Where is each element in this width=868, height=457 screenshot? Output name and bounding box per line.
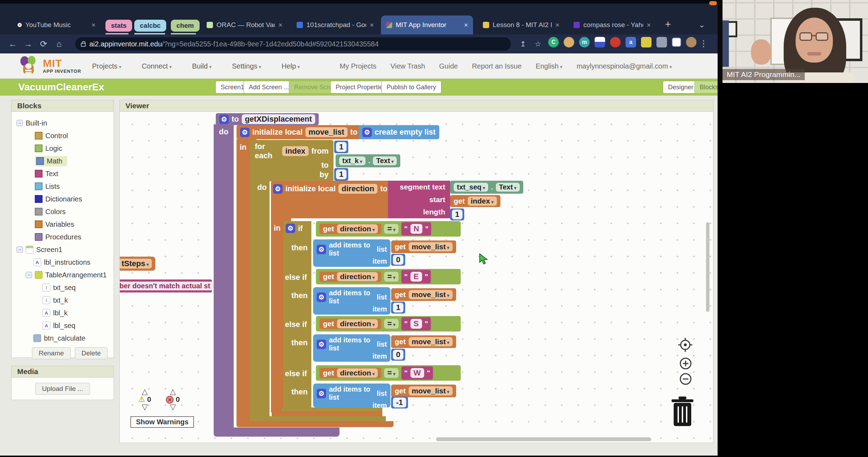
string-block[interactable]: " S " xyxy=(401,317,431,330)
extension-green-icon[interactable]: C xyxy=(548,37,559,47)
trash-can-icon[interactable] xyxy=(669,395,696,429)
component-txt-seq[interactable]: I txt_seq xyxy=(12,281,114,294)
procedure-block-bottom[interactable] xyxy=(214,427,339,437)
for-each-bottom[interactable] xyxy=(250,416,386,421)
publish-to-gallery-button[interactable]: Publish to Gallery xyxy=(381,81,441,94)
component-txt-k[interactable]: I txt_k xyxy=(12,294,114,307)
tree-node-builtin[interactable]: − Built-in xyxy=(12,117,114,129)
get-move-list-block[interactable]: get move_list xyxy=(391,240,456,253)
tab-mit-app-inventor[interactable]: MIT App Inventor × xyxy=(381,15,473,34)
create-empty-list-block[interactable]: create empty list xyxy=(359,125,439,139)
tab-youtube-music[interactable]: YouTube Music × xyxy=(13,15,101,34)
procedure-block-body[interactable] xyxy=(214,124,234,430)
segment-text-block[interactable]: segment text start length xyxy=(388,181,450,218)
add-items-block[interactable]: add items to list list item xyxy=(313,384,390,407)
tab-scratchpad[interactable]: 101scratchpad - Goog × xyxy=(292,15,379,34)
index-var-field[interactable]: index xyxy=(282,146,309,156)
item-number-block[interactable]: 1 xyxy=(391,302,405,314)
get-move-list-block[interactable]: get move_list xyxy=(391,385,456,397)
extension-red-icon[interactable] xyxy=(610,37,621,47)
mutator-gear-icon[interactable] xyxy=(219,115,229,124)
collapse-warnings-icon[interactable]: △ xyxy=(132,388,157,395)
show-warnings-button[interactable]: Show Warnings xyxy=(130,416,194,428)
for-each-body[interactable] xyxy=(250,181,270,417)
extension-teal-icon[interactable]: m xyxy=(579,37,590,47)
number-block-length[interactable]: 1 xyxy=(450,208,464,220)
side-panel-icon[interactable] xyxy=(672,38,681,47)
mutator-gear-icon[interactable] xyxy=(273,184,283,194)
get-move-list-block[interactable]: get move_list xyxy=(391,288,456,301)
palette-item-math[interactable]: Math xyxy=(12,155,114,167)
mutator-gear-icon[interactable] xyxy=(317,292,326,302)
add-items-block[interactable]: add items to list list item xyxy=(313,334,390,362)
forward-icon[interactable]: → xyxy=(20,39,36,49)
equals-operator-field[interactable]: = xyxy=(384,368,399,378)
collapse-icon[interactable]: − xyxy=(26,272,32,278)
tab-close-icon[interactable]: × xyxy=(370,21,374,29)
mutator-gear-icon[interactable] xyxy=(317,340,326,349)
condition-equals-block[interactable]: get direction = " S " xyxy=(316,316,461,332)
txt-k-text-getter-block[interactable]: txt_k . Text xyxy=(336,154,400,167)
tab-group-stats[interactable]: stats xyxy=(105,20,132,32)
get-move-list-block[interactable]: get move_list xyxy=(391,335,456,348)
add-items-block[interactable]: add items to list list item xyxy=(313,287,390,315)
number-block-from[interactable]: 1 xyxy=(334,141,348,153)
tab-orac[interactable]: ORAC — Robot Vacuu × xyxy=(202,15,287,34)
add-screen-button[interactable]: Add Screen ... xyxy=(244,81,294,94)
palette-item-colors[interactable]: Colors xyxy=(12,205,114,218)
center-blocks-icon[interactable] xyxy=(678,337,693,352)
add-items-block[interactable]: add items to list list item xyxy=(313,239,390,267)
collapse-errors-icon[interactable]: △ xyxy=(161,388,185,395)
clipped-text-block[interactable]: ber doesn't match actual st xyxy=(119,279,212,292)
get-direction-block[interactable]: get direction xyxy=(319,271,381,282)
tab-group-chem[interactable]: chem xyxy=(171,20,200,32)
item-number-block[interactable]: -1 xyxy=(391,397,408,408)
get-direction-block[interactable]: get direction xyxy=(319,368,381,378)
blocks-view-button[interactable]: Blocks xyxy=(694,81,718,94)
get-direction-block[interactable]: get direction xyxy=(319,318,381,329)
back-icon[interactable]: ← xyxy=(5,39,20,49)
blocks-canvas[interactable]: ber doesn't match actual st tSteps to ge… xyxy=(119,112,713,443)
extensions-puzzle-icon[interactable] xyxy=(656,37,667,47)
extension-blue-white-icon[interactable] xyxy=(595,37,605,47)
new-tab-button[interactable]: + xyxy=(665,18,671,30)
tab-close-icon[interactable]: × xyxy=(278,21,283,29)
get-direction-block[interactable]: get direction xyxy=(319,224,381,234)
mutator-gear-icon[interactable] xyxy=(317,245,326,254)
condition-equals-block[interactable]: get direction = " N " xyxy=(316,221,461,237)
expand-warnings-icon[interactable]: ▽ xyxy=(132,404,157,411)
collapse-icon[interactable]: − xyxy=(17,246,23,253)
if-block-bottom[interactable] xyxy=(281,407,382,412)
direction-var-field[interactable]: direction xyxy=(338,184,377,194)
equals-operator-field[interactable]: = xyxy=(384,272,399,282)
component-lbl-instructions[interactable]: A lbl_instructions xyxy=(12,256,114,269)
link-report-issue[interactable]: Report an Issue xyxy=(472,62,522,70)
profile-avatar[interactable] xyxy=(686,37,697,47)
initialize-local-move-list-block[interactable]: initialize local move_list to xyxy=(237,125,361,139)
mutator-gear-icon[interactable] xyxy=(362,128,372,137)
item-number-block[interactable]: 0 xyxy=(391,349,405,361)
expand-errors-icon[interactable]: ▽ xyxy=(161,404,185,411)
component-lbl-seq[interactable]: A lbl_seq xyxy=(12,319,114,332)
mutator-gear-icon[interactable] xyxy=(317,389,326,398)
mutator-gear-icon[interactable] xyxy=(240,128,250,137)
address-bar[interactable]: ai2.appinventor.mit.edu/?ng=5eda5255-f1e… xyxy=(75,37,511,51)
get-index-block[interactable]: get index xyxy=(450,195,500,207)
string-block[interactable]: " W " xyxy=(401,366,433,380)
chrome-menu-icon[interactable]: ⋮ xyxy=(699,39,708,49)
palette-item-text[interactable]: Text xyxy=(12,167,114,180)
upload-file-button[interactable]: Upload File ... xyxy=(35,383,90,395)
extension-face-icon[interactable] xyxy=(564,37,574,47)
extension-yellow-icon[interactable] xyxy=(641,37,652,47)
rename-button[interactable]: Rename xyxy=(32,347,71,359)
txt-seq-text-getter-block[interactable]: txt_seq . Text xyxy=(450,181,523,194)
tab-group-calcbc[interactable]: calcbc xyxy=(134,20,166,32)
move-list-var-field[interactable]: move_list xyxy=(305,127,348,137)
item-number-block[interactable]: 0 xyxy=(391,254,405,266)
palette-item-procedures[interactable]: Procedures xyxy=(12,231,114,243)
menu-connect[interactable]: Connect xyxy=(142,62,171,70)
condition-equals-block[interactable]: get direction = " E " xyxy=(316,269,461,284)
condition-equals-block[interactable]: get direction = " W " xyxy=(316,365,461,381)
link-my-projects[interactable]: My Projects xyxy=(340,62,376,70)
for-each-header-block[interactable]: for each index from to by xyxy=(250,140,333,181)
